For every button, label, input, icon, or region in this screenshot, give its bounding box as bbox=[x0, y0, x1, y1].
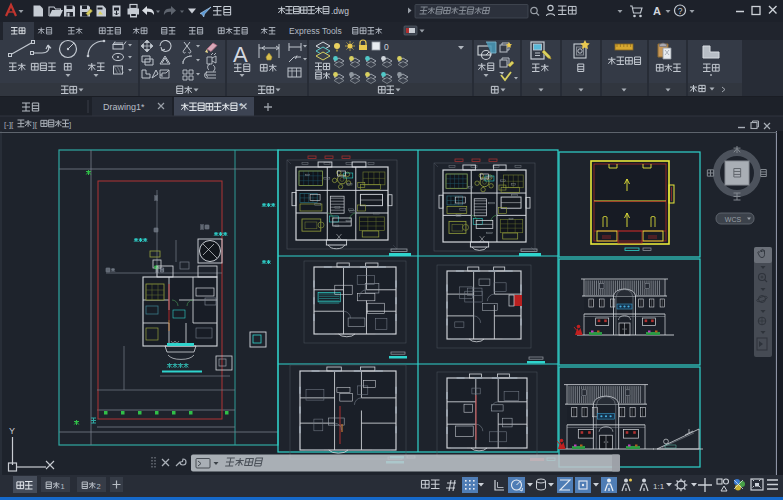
svg-text:1:1: 1:1 bbox=[653, 482, 665, 491]
svg-text:Drawing1*: Drawing1* bbox=[103, 102, 145, 112]
svg-text:.dwg: .dwg bbox=[331, 6, 349, 16]
svg-text:0: 0 bbox=[384, 42, 389, 52]
svg-text:]: ] bbox=[69, 120, 71, 129]
svg-text:WCS: WCS bbox=[725, 216, 742, 223]
svg-text:2: 2 bbox=[97, 482, 101, 491]
svg-text:Express Tools: Express Tools bbox=[289, 26, 342, 36]
svg-text:Y: Y bbox=[9, 426, 15, 436]
svg-text:A: A bbox=[653, 5, 661, 17]
svg-text:?: ? bbox=[678, 6, 683, 16]
svg-text:][: ][ bbox=[33, 120, 38, 129]
svg-text:1: 1 bbox=[61, 482, 65, 491]
svg-text:A: A bbox=[233, 42, 248, 67]
svg-text:[-][: [-][ bbox=[4, 120, 14, 129]
svg-text:*: * bbox=[239, 101, 243, 111]
